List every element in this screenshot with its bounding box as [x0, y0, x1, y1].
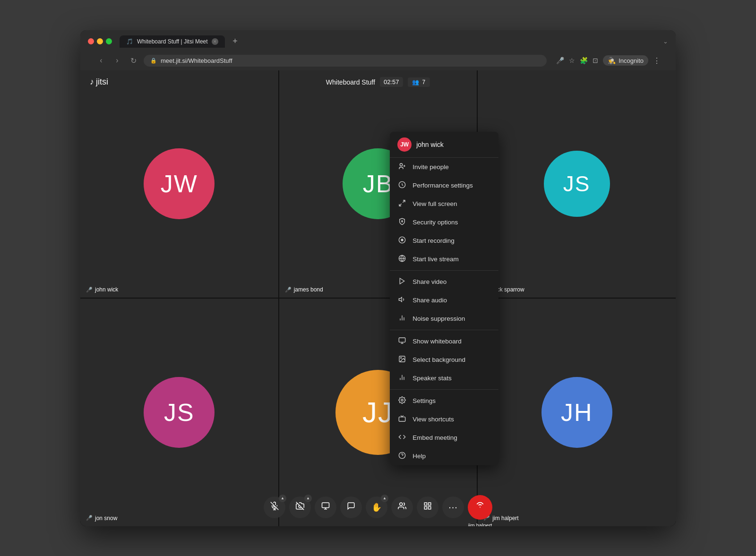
incognito-button[interactable]: 🕵️ Incognito [603, 55, 648, 66]
refresh-button[interactable]: ↻ [128, 56, 139, 65]
maximize-button[interactable] [106, 38, 112, 44]
menu-item-shortcuts[interactable]: View shortcuts [390, 410, 498, 428]
svg-point-36 [400, 503, 403, 505]
invite-icon [397, 163, 407, 171]
end-call-button[interactable] [468, 495, 492, 520]
menu-label-embed: Embed meeting [412, 434, 457, 441]
menu-avatar-initials: JW [400, 141, 409, 148]
menu-item-whiteboard[interactable]: Show whiteboard [390, 332, 498, 351]
video-tile-js: JS 🎤 jon snow [80, 299, 278, 526]
noise-icon [397, 314, 407, 323]
menu-label-security: Security options [412, 219, 458, 226]
svg-line-32 [296, 502, 304, 510]
forward-button[interactable]: › [112, 56, 123, 65]
tabs-row: 🎵 Whiteboard Stuff | Jitsi Meet ✕ + ⌄ [88, 35, 668, 48]
menu-label-fullscreen: View full screen [412, 200, 457, 207]
mic-icon-jb: 🎤 [285, 287, 292, 293]
participants-button[interactable] [391, 496, 413, 518]
menu-items-list: Invite people Performance settings View … [390, 158, 498, 465]
jitsi-name: jitsi [96, 77, 108, 87]
menu-item-security[interactable]: Security options [390, 213, 498, 231]
extension-icon[interactable]: 🧩 [580, 57, 588, 64]
menu-item-invite[interactable]: Invite people [390, 158, 498, 176]
sidebar-icon[interactable]: ⊡ [593, 57, 598, 64]
menu-label-settings: Settings [412, 397, 436, 404]
participant-name-jb: 🎤 james bond [285, 286, 323, 293]
more-icon: ··· [448, 502, 458, 513]
svg-rect-33 [322, 503, 329, 508]
menu-label-recording: Start recording [412, 237, 455, 244]
participants-count: 7 [422, 79, 425, 86]
back-button[interactable]: ‹ [95, 56, 107, 65]
chat-button[interactable] [340, 496, 362, 518]
meeting-topbar: ♪ jitsi Whiteboard Stuff 02:57 👥 7 [80, 70, 676, 94]
menu-item-performance[interactable]: Performance settings [390, 176, 498, 195]
browser-window: 🎵 Whiteboard Stuff | Jitsi Meet ✕ + ⌄ ‹ … [80, 30, 676, 526]
microphone-icon[interactable]: 🎤 [556, 57, 564, 64]
tab-title: Whiteboard Stuff | Jitsi Meet [137, 38, 208, 45]
window-controls[interactable]: ⌄ [663, 38, 668, 45]
active-tab[interactable]: 🎵 Whiteboard Stuff | Jitsi Meet ✕ [120, 35, 225, 48]
menu-item-share-audio[interactable]: Share audio [390, 291, 498, 309]
menu-label-performance: Performance settings [412, 182, 473, 189]
video-caret[interactable]: ▲ [304, 495, 312, 502]
tab-close-button[interactable]: ✕ [212, 38, 218, 45]
name-text-jb: james bond [294, 286, 323, 293]
video-grid: JW 🎤 john wick JB 🎤 james bond JS 🎤 [80, 70, 676, 526]
address-bar[interactable]: 🔒 meet.jit.si/WhiteboardStuff [144, 55, 547, 67]
svg-line-4 [403, 200, 405, 203]
menu-dots-icon[interactable]: ⋮ [653, 56, 661, 65]
browser-titlebar: 🎵 Whiteboard Stuff | Jitsi Meet ✕ + ⌄ ‹ … [80, 30, 676, 70]
incognito-icon: 🕵️ [608, 57, 616, 64]
menu-item-share-video[interactable]: Share video [390, 273, 498, 291]
menu-label-stats: Speaker stats [412, 375, 452, 382]
avatar-jw: JW [144, 148, 215, 219]
participant-name-jw: 🎤 john wick [86, 286, 118, 293]
raise-hand-button[interactable]: ✋ ▲ [366, 496, 387, 518]
minimize-button[interactable] [97, 38, 103, 44]
jitsi-logo: ♪ jitsi [90, 77, 108, 87]
new-tab-button[interactable]: + [229, 35, 242, 48]
menu-item-background[interactable]: Select background [390, 351, 498, 369]
raise-hand-icon: ✋ [371, 502, 382, 513]
security-icon [397, 218, 407, 227]
menu-item-livestream[interactable]: Start live stream [390, 250, 498, 268]
avatar-jh: JH [541, 377, 612, 448]
meeting-name: Whiteboard Stuff [326, 78, 375, 86]
menu-item-noise[interactable]: Noise suppression [390, 309, 498, 328]
video-tile-t3: JS 🎤 jack sparrow [478, 70, 676, 298]
menu-item-recording[interactable]: Start recording [390, 231, 498, 250]
meeting-info: Whiteboard Stuff 02:57 👥 7 [326, 77, 430, 87]
menu-item-stats[interactable]: Speaker stats [390, 369, 498, 387]
menu-label-invite: Invite people [412, 163, 449, 171]
video-button[interactable]: ▲ [289, 496, 311, 518]
livestream-icon [397, 255, 407, 264]
menu-label-noise: Noise suppression [412, 315, 465, 322]
menu-item-settings[interactable]: Settings [390, 392, 498, 410]
tile-view-button[interactable] [417, 496, 438, 518]
menu-item-fullscreen[interactable]: View full screen [390, 195, 498, 213]
browser-actions: 🎤 ☆ 🧩 ⊡ 🕵️ Incognito ⋮ [556, 55, 661, 66]
performance-icon [397, 181, 407, 190]
bookmark-icon[interactable]: ☆ [569, 57, 575, 64]
menu-user-avatar: JW [397, 137, 412, 152]
hand-caret[interactable]: ▲ [381, 495, 388, 502]
divider-2 [390, 330, 498, 330]
avatar-t3: JS [544, 151, 610, 217]
share-screen-button[interactable] [315, 496, 336, 518]
video-tile-jh: JH 🎤 jim halpert [478, 299, 676, 526]
svg-point-25 [401, 399, 403, 401]
menu-item-embed[interactable]: Embed meeting [390, 428, 498, 447]
mute-button[interactable]: ▲ [264, 496, 285, 518]
svg-line-5 [399, 204, 402, 206]
incognito-label: Incognito [619, 57, 644, 64]
menu-item-help[interactable]: Help [390, 447, 498, 465]
menu-label-share-video: Share video [412, 278, 447, 285]
traffic-lights [88, 38, 112, 44]
close-button[interactable] [88, 38, 94, 44]
mute-caret[interactable]: ▲ [279, 495, 286, 502]
svg-point-21 [401, 357, 402, 358]
participants-button[interactable]: 👥 7 [407, 77, 430, 87]
chat-icon [347, 502, 355, 513]
more-button[interactable]: ··· [442, 496, 464, 518]
